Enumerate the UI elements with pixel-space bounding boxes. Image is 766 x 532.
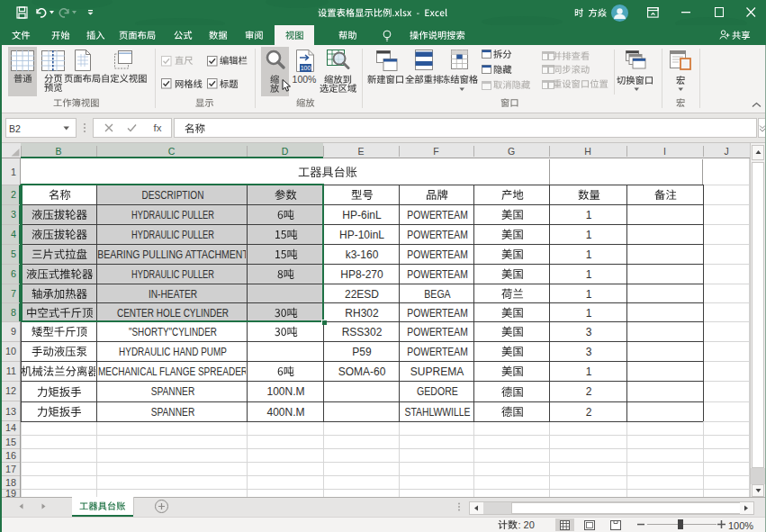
svg-text:100: 100 <box>301 65 311 71</box>
